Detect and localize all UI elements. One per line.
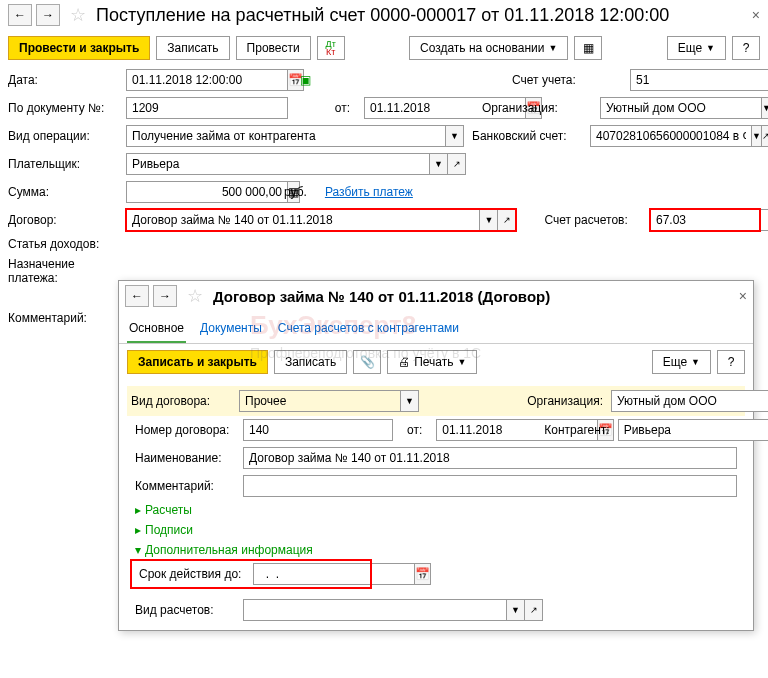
bank-input[interactable] (590, 125, 752, 147)
settlement-label: Счет расчетов: (544, 213, 642, 227)
forward-button[interactable]: → (36, 4, 60, 26)
account-input[interactable] (630, 69, 768, 91)
post-button[interactable]: Провести (236, 36, 311, 60)
post-close-button[interactable]: Провести и закрыть (8, 36, 150, 60)
docnum-input[interactable] (126, 97, 288, 119)
org-input[interactable] (600, 97, 762, 119)
dropdown-icon[interactable]: ▼ (480, 209, 498, 231)
dialog-title: Договор займа № 140 от 01.11.2018 (Догов… (213, 288, 735, 305)
dropdown-icon[interactable]: ▼ (752, 125, 762, 147)
close-icon[interactable]: × (739, 288, 747, 304)
tab-documents[interactable]: Документы (198, 315, 264, 328)
tab-main[interactable]: Основное (127, 315, 186, 328)
contract-input[interactable] (126, 209, 480, 231)
more-button[interactable]: Еще ▼ (667, 36, 726, 60)
tab-accounts[interactable]: Счета расчетов с контрагентами (276, 315, 461, 328)
split-payment-link[interactable]: Разбить платеж (325, 185, 413, 199)
verified-icon[interactable]: ▣ (300, 73, 311, 87)
dropdown-icon[interactable]: ▼ (446, 125, 464, 147)
contract-dialog: ← → ☆ Договор займа № 140 от 01.11.2018 … (118, 280, 754, 328)
sum-input[interactable] (126, 181, 288, 203)
structure-button[interactable]: ▦ (574, 36, 602, 60)
contract-label: Договор: (8, 213, 118, 227)
open-icon[interactable]: ↗ (498, 209, 516, 231)
comment-label: Комментарий: (8, 311, 118, 325)
favorite-icon[interactable]: ☆ (187, 285, 203, 307)
save-button[interactable]: Записать (156, 36, 229, 60)
back-button[interactable]: ← (125, 285, 149, 307)
open-icon[interactable]: ↗ (762, 125, 768, 147)
sum-label: Сумма: (8, 185, 118, 199)
favorite-icon[interactable]: ☆ (70, 4, 86, 26)
account-label: Счет учета: (512, 73, 622, 87)
settlement-input[interactable] (650, 209, 768, 231)
page-title: Поступление на расчетный счет 0000-00001… (96, 5, 748, 26)
create-based-button[interactable]: Создать на основании ▼ (409, 36, 568, 60)
open-icon[interactable]: ↗ (448, 153, 466, 175)
help-button[interactable]: ? (732, 36, 760, 60)
date-label: Дата: (8, 73, 118, 87)
bank-label: Банковский счет: (472, 129, 582, 143)
dropdown-icon[interactable]: ▼ (430, 153, 448, 175)
main-header: ← → ☆ Поступление на расчетный счет 0000… (0, 0, 768, 30)
dropdown-icon[interactable]: ▼ (762, 97, 768, 119)
from-label: от: (296, 101, 356, 115)
optype-input[interactable] (126, 125, 446, 147)
date-input[interactable] (126, 69, 288, 91)
dtkt-button[interactable]: ДтКт (317, 36, 345, 60)
optype-label: Вид операции: (8, 129, 118, 143)
income-label: Статья доходов: (8, 237, 118, 251)
payer-label: Плательщик: (8, 157, 118, 171)
forward-button[interactable]: → (153, 285, 177, 307)
org-label: Организация: (482, 101, 592, 115)
docnum-label: По документу №: (8, 101, 118, 115)
back-button[interactable]: ← (8, 4, 32, 26)
payer-input[interactable] (126, 153, 430, 175)
currency-label: руб. (284, 185, 307, 199)
close-icon[interactable]: × (752, 7, 760, 23)
purpose-label: Назначение платежа: (8, 257, 118, 285)
main-action-bar: Провести и закрыть Записать Провести ДтК… (0, 30, 768, 66)
dialog-tabs: Основное Документы Счета расчетов с конт… (119, 315, 753, 328)
